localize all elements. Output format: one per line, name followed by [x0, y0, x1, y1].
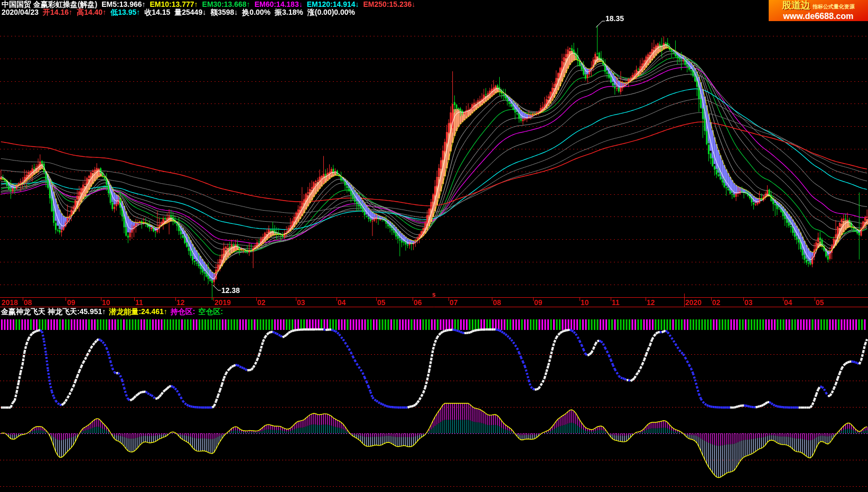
logo-url: www.de6688.com: [769, 12, 868, 21]
axis-label-02: 02: [257, 298, 266, 307]
axis-label-05: 05: [816, 298, 824, 307]
ohlc-segment-5: 量25449↓: [174, 8, 206, 16]
sub-indicator-segment-1: 潜龙能量:24.461↑: [109, 307, 167, 316]
logo-title: 股道边: [782, 0, 810, 11]
axis-label-04: 04: [338, 298, 346, 307]
watermark-logo: 股道边指标公式量化资源 www.de6688.com: [769, 0, 868, 21]
ohlc-segment-4: 收14.15: [144, 8, 170, 16]
axis-label-08: 08: [493, 298, 501, 307]
time-marker-s: s: [432, 291, 436, 298]
axis-label-09: 09: [534, 298, 543, 307]
axis-label-11: 11: [612, 298, 620, 307]
app-root: 中国国贸 金赢彩虹操盘(解盘)EM5:13.966↑EM10:13.777↑EM…: [0, 0, 868, 492]
info-segment-2: EM10:13.777↑: [150, 0, 198, 8]
info-segment-6: EM250:15.236↓: [363, 0, 416, 8]
axis-label-04: 04: [784, 298, 792, 307]
axis-label-05: 05: [377, 298, 386, 307]
price-low-label: 12.38: [221, 286, 240, 295]
info-segment-1: EM5:13.966↑: [101, 0, 145, 8]
sub-indicator-segment-3: 空仓区:: [199, 307, 223, 316]
axis-label-12: 12: [647, 298, 655, 307]
axis-label-11: 11: [135, 298, 143, 307]
info-segment-3: EM30:13.668↑: [202, 0, 250, 8]
axis-label-02: 02: [712, 298, 721, 307]
ohlc-segment-8: 振3.18%: [275, 8, 303, 16]
info-segment-5: EM120:14.914↓: [307, 0, 359, 8]
axis-label-09: 09: [67, 298, 76, 307]
axis-label-2020: 2020: [685, 298, 702, 307]
ohlc-segment-7: 换0.00%: [242, 8, 270, 16]
axis-label-06: 06: [414, 298, 422, 307]
ohlc-segment-2: 高14.40↑: [77, 8, 106, 16]
axis-label-03: 03: [744, 298, 753, 307]
axis-label-03: 03: [297, 298, 305, 307]
axis-label-08: 08: [24, 298, 32, 307]
sub-indicator-header: 金赢神龙飞天 神龙飞天:45.951↑潜龙能量:24.461↑持仓区:空仓区:: [1, 308, 226, 316]
axis-label-12: 12: [176, 298, 185, 307]
info-segment-0: 中国国贸 金赢彩虹操盘(解盘): [2, 0, 97, 8]
axis-label-10: 10: [102, 298, 110, 307]
ohlc-segment-3: 低13.95↑: [110, 8, 140, 16]
ohlc-segment-1: 开14.16↑: [43, 8, 72, 16]
price-and-indicator-canvas[interactable]: [0, 0, 868, 492]
axis-label-2019: 2019: [214, 298, 231, 307]
ohlc-segment-6: 额3598↓: [210, 8, 238, 16]
axis-label-10: 10: [581, 298, 589, 307]
info-segment-4: EM60:14.183↓: [255, 0, 303, 8]
main-info-bar-line1: 中国国贸 金赢彩虹操盘(解盘)EM5:13.966↑EM10:13.777↑EM…: [2, 1, 419, 8]
sub-indicator-segment-2: 持仓区:: [171, 307, 195, 316]
ohlc-segment-9: 涨(0.00)0.00%: [307, 8, 355, 16]
axis-label-2018: 2018: [2, 298, 18, 307]
ohlc-segment-0: 2020/04/23: [2, 8, 39, 16]
logo-subtitle: 指标公式量化资源: [813, 4, 855, 10]
axis-label-07: 07: [450, 298, 458, 307]
price-high-label: 18.35: [605, 14, 624, 23]
sub-indicator-segment-0: 金赢神龙飞天 神龙飞天:45.951↑: [1, 307, 106, 316]
main-info-bar-line2: 2020/04/23开14.16↑高14.40↑低13.95↑收14.15量25…: [2, 8, 359, 16]
